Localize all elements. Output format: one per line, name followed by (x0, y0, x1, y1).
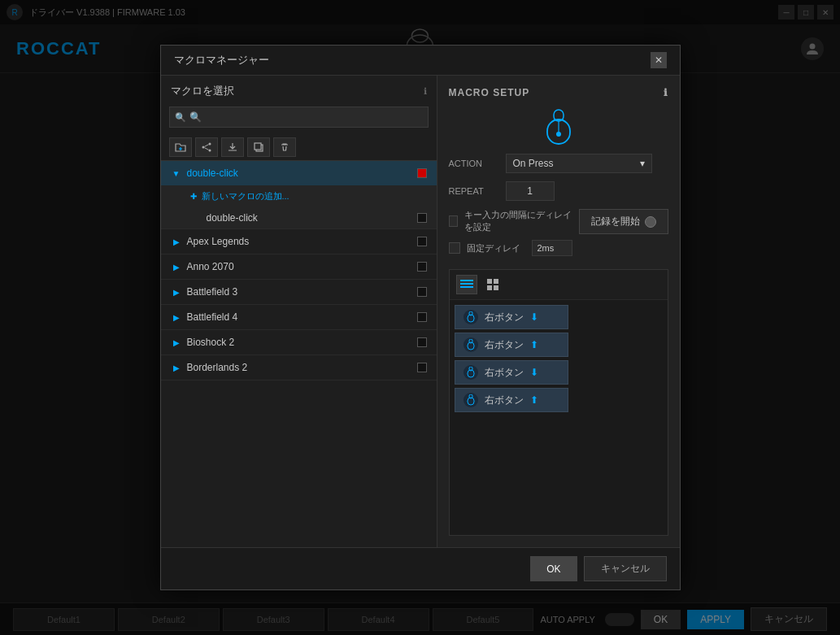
key-delay-label: キー入力の間隔にディレイを設定 (464, 209, 572, 233)
controls-row: キー入力の間隔にディレイを設定 固定ディレイ 記録を開始 (449, 209, 668, 263)
key-delay-checkbox[interactable] (449, 215, 459, 227)
tree-group-header-double-click[interactable]: ▼ double-click (161, 161, 437, 185)
left-panel-info-icon: ℹ (424, 86, 427, 97)
mouse-event-icon-4 (464, 393, 478, 407)
fixed-delay-checkbox-row: 固定ディレイ (449, 240, 572, 256)
macro-color-double-click (417, 213, 427, 223)
fixed-delay-checkbox[interactable] (449, 242, 460, 254)
tree-group-header-bioshock[interactable]: ▶ Bioshock 2 (161, 330, 437, 354)
record-label: 記録を開始 (591, 215, 640, 228)
modal-footer: OK キャンセル (161, 547, 680, 589)
event-arrow-2: ⬆ (530, 339, 538, 350)
download-button[interactable] (221, 137, 244, 157)
macro-event-4[interactable]: 右ボタン ⬆ (455, 388, 568, 412)
tree-group-apex: ▶ Apex Legends (161, 229, 437, 254)
tree-group-bioshock: ▶ Bioshock 2 (161, 330, 437, 355)
group-name-apex: Apex Legends (187, 236, 412, 247)
group-name-bf4: Battlefield 4 (187, 311, 412, 323)
modal-close-button[interactable]: ✕ (651, 52, 667, 68)
action-select[interactable]: On Press ▾ (506, 154, 652, 173)
chevron-right-icon: ▶ (171, 236, 182, 247)
delay-checkbox-row: キー入力の間隔にディレイを設定 (449, 209, 572, 233)
macro-event-3[interactable]: 右ボタン ⬇ (455, 360, 568, 385)
macro-event-1[interactable]: 右ボタン ⬇ (455, 305, 568, 329)
svg-rect-19 (494, 279, 498, 284)
record-button[interactable]: 記録を開始 (579, 209, 668, 234)
group-color-anno (417, 262, 427, 272)
new-folder-button[interactable] (169, 137, 192, 157)
tree-group-bf4: ▶ Battlefield 4 (161, 305, 437, 330)
tree-group-header-bf4[interactable]: ▶ Battlefield 4 (161, 305, 437, 329)
modal-ok-button[interactable]: OK (530, 556, 577, 581)
group-color-bf4 (417, 312, 427, 322)
svg-rect-21 (494, 285, 498, 290)
grid-view-button[interactable] (482, 275, 503, 294)
group-color-borderlands (417, 363, 427, 372)
modal-cancel-button[interactable]: キャンセル (584, 556, 667, 581)
svg-line-7 (204, 145, 208, 147)
svg-point-4 (202, 146, 204, 149)
left-panel: マクロを選択 ℹ 🔍 (161, 76, 437, 547)
tree-group-header-apex[interactable]: ▶ Apex Legends (161, 229, 437, 254)
tree-group-header-borderlands[interactable]: ▶ Borderlands 2 (161, 355, 437, 380)
record-indicator (645, 216, 656, 228)
modal-title-bar: マクロマネージャー ✕ (161, 46, 680, 76)
add-macro-item[interactable]: ✚ 新しいマクロの追加... (185, 185, 437, 207)
svg-rect-18 (487, 279, 492, 284)
event-label-3: 右ボタン (485, 366, 524, 380)
tree-group-header-bf3[interactable]: ▶ Battlefield 3 (161, 280, 437, 304)
search-icon: 🔍 (175, 112, 186, 123)
macro-list-toolbar (450, 270, 668, 300)
svg-line-8 (204, 148, 208, 150)
event-arrow-3: ⬇ (530, 367, 538, 378)
search-box: 🔍 (169, 107, 429, 128)
list-view-button[interactable] (456, 275, 477, 294)
tree-group-anno: ▶ Anno 2070 (161, 254, 437, 280)
repeat-input[interactable] (506, 181, 555, 201)
add-macro-label: 新しいマクロの追加... (202, 190, 289, 202)
mouse-event-icon-2 (464, 337, 478, 352)
mouse-event-icon-3 (464, 365, 478, 380)
delay-value-input[interactable] (532, 240, 572, 256)
macro-event-2[interactable]: 右ボタン ⬆ (455, 333, 568, 357)
group-name-bf3: Battlefield 3 (187, 286, 412, 298)
modal-title: マクロマネージャー (174, 53, 269, 67)
action-label: ACTION (449, 159, 506, 168)
mouse-compatibility-icon (546, 108, 572, 146)
chevron-right-icon: ▶ (171, 337, 182, 348)
right-panel-info-icon: ℹ (664, 87, 668, 98)
add-icon: ✚ (190, 192, 197, 201)
chevron-down-icon: ▼ (171, 167, 182, 179)
action-dropdown-icon: ▾ (640, 158, 645, 169)
share-button[interactable] (195, 137, 218, 157)
chevron-right-icon: ▶ (171, 362, 182, 373)
macro-manager-modal: マクロマネージャー ✕ マクロを選択 ℹ 🔍 (160, 45, 681, 590)
event-arrow-1: ⬇ (530, 311, 538, 323)
macro-list-area: 右ボタン ⬇ 右ボタン ⬆ (449, 269, 668, 536)
svg-rect-10 (255, 143, 261, 150)
action-row: ACTION On Press ▾ (449, 154, 668, 173)
search-input[interactable] (169, 107, 429, 128)
tree-sub-double-click: ✚ 新しいマクロの追加... double-click (161, 185, 437, 228)
group-color-double-click (417, 168, 427, 178)
copy-button[interactable] (247, 137, 270, 157)
action-value: On Press (513, 158, 554, 169)
event-label-2: 右ボタン (485, 338, 524, 352)
mouse-icon-area (449, 108, 668, 146)
svg-rect-17 (460, 286, 473, 288)
modal-body: マクロを選択 ℹ 🔍 (161, 76, 680, 547)
repeat-label: REPEAT (449, 186, 506, 196)
repeat-row: REPEAT (449, 181, 668, 201)
tree-group-double-click: ▼ double-click ✚ 新しいマクロの追加... doubl (161, 161, 437, 229)
delete-button[interactable] (273, 137, 296, 157)
tree-group-header-anno[interactable]: ▶ Anno 2070 (161, 254, 437, 279)
tree-list: ▼ double-click ✚ 新しいマクロの追加... doubl (161, 161, 437, 547)
left-panel-title: マクロを選択 (171, 84, 234, 98)
group-color-apex (417, 237, 427, 246)
left-panel-header: マクロを選択 ℹ (161, 76, 437, 103)
chevron-right-icon: ▶ (171, 261, 182, 272)
macro-toolbar (161, 134, 437, 161)
event-label-1: 右ボタン (485, 311, 524, 324)
list-item-double-click[interactable]: double-click (185, 207, 437, 228)
macro-setup-title-label: MACRO SETUP (449, 87, 530, 98)
